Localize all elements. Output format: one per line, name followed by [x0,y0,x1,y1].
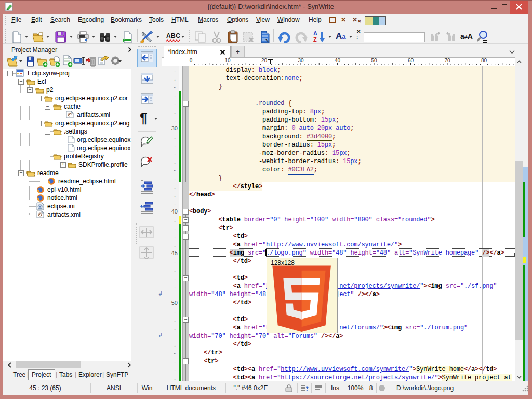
svg-text:20: 20 [261,58,268,63]
svg-text:0: 0 [190,58,193,63]
svg-text:70: 70 [444,58,450,63]
svg-text:50: 50 [371,58,377,63]
svg-text:40: 40 [335,58,341,63]
svg-text:60: 60 [408,58,414,63]
svg-text:30: 30 [298,58,304,63]
svg-text:10: 10 [224,58,231,63]
svg-text:80: 80 [481,58,487,63]
